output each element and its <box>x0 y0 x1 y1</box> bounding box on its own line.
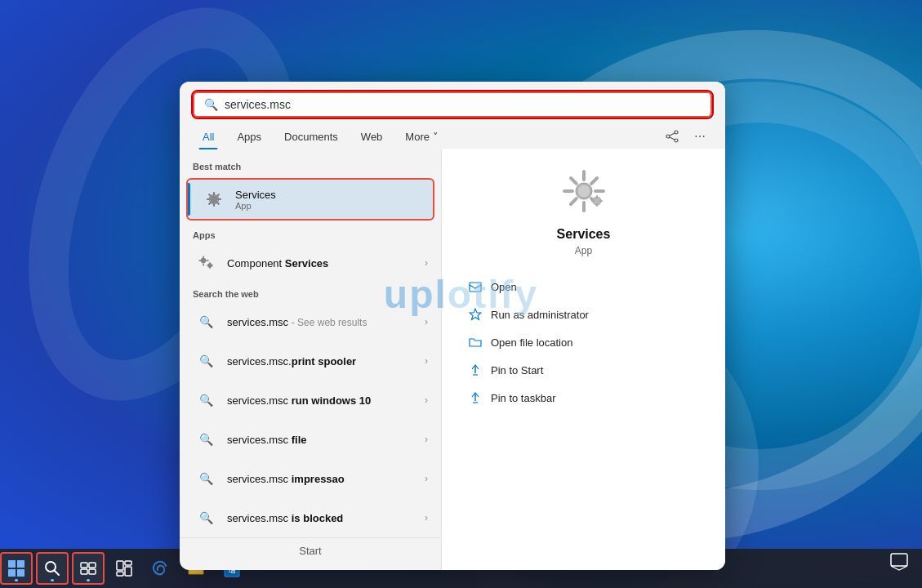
svg-rect-38 <box>89 569 96 574</box>
run-as-admin-label: Run as administrator <box>491 309 589 321</box>
web-result-arrow-3: › <box>425 434 428 445</box>
web-result-3[interactable]: 🔍 services.msc file › <box>180 420 441 459</box>
svg-line-34 <box>55 571 60 576</box>
tab-web[interactable]: Web <box>351 126 393 148</box>
component-services-icon <box>193 250 219 276</box>
search-input[interactable] <box>225 98 701 111</box>
more-options-button[interactable]: ⋯ <box>688 124 712 149</box>
taskview-underline <box>87 579 90 581</box>
web-result-query-3: services.msc file <box>227 434 307 446</box>
app-large-name: Services <box>557 227 611 242</box>
web-search-icon-3: 🔍 <box>193 426 219 452</box>
svg-rect-32 <box>17 569 24 577</box>
pin-to-start-label: Pin to Start <box>491 364 543 376</box>
svg-point-18 <box>577 185 590 198</box>
web-result-text-5: services.msc is blocked <box>227 510 425 525</box>
svg-point-1 <box>666 135 670 138</box>
web-search-icon-1: 🔍 <box>193 348 219 374</box>
svg-point-0 <box>675 131 678 134</box>
component-services-text: Component Services <box>227 257 425 270</box>
search-bar-area: 🔍 <box>180 82 725 118</box>
web-search-icon-4: 🔍 <box>193 466 219 492</box>
tab-all[interactable]: All <box>193 126 224 148</box>
web-result-5[interactable]: 🔍 services.msc is blocked › <box>180 498 441 537</box>
search-underline <box>51 579 54 581</box>
tab-apps[interactable]: Apps <box>227 126 271 148</box>
pin-to-taskbar-icon <box>468 390 483 405</box>
action-list: Open Run as administrator <box>458 273 709 412</box>
web-result-4[interactable]: 🔍 services.msc impressao › <box>180 459 441 498</box>
taskbar-widgets-button[interactable] <box>108 552 140 585</box>
svg-rect-31 <box>8 569 16 577</box>
web-search-icon-2: 🔍 <box>193 387 219 413</box>
taskbar-notification[interactable] <box>883 546 915 578</box>
search-web-label: Search the web <box>180 283 441 302</box>
web-result-query-5: services.msc is blocked <box>227 512 343 524</box>
web-search-icon-5: 🔍 <box>193 505 219 531</box>
tab-more[interactable]: More ˅ <box>395 126 448 148</box>
svg-point-5 <box>211 196 217 203</box>
svg-line-4 <box>670 137 675 140</box>
component-services-name: Component Services <box>227 257 425 270</box>
web-result-arrow-5: › <box>425 512 428 523</box>
svg-rect-46 <box>891 554 907 566</box>
web-result-arrow-4: › <box>425 473 428 484</box>
web-result-query-4: services.msc impressao <box>227 473 345 485</box>
action-open-file-location[interactable]: Open file location <box>458 328 709 356</box>
services-icon <box>201 186 227 212</box>
svg-line-3 <box>670 133 675 136</box>
search-content: Best match Services App <box>180 149 725 570</box>
web-result-arrow-2: › <box>425 394 428 406</box>
tab-documents[interactable]: Documents <box>274 126 348 148</box>
run-as-admin-icon <box>468 307 483 322</box>
best-match-label: Best match <box>180 155 441 175</box>
taskbar-edge-button[interactable] <box>144 552 176 585</box>
web-result-text-1: services.msc.print spooler <box>227 354 425 368</box>
pin-to-taskbar-label: Pin to taskbar <box>491 392 556 404</box>
web-result-arrow-1: › <box>425 355 428 367</box>
action-pin-to-taskbar[interactable]: Pin to taskbar <box>458 384 709 412</box>
web-result-1[interactable]: 🔍 services.msc.print spooler › <box>180 341 441 381</box>
taskbar-start-button[interactable] <box>0 552 33 585</box>
web-search-icon-0: 🔍 <box>193 309 219 335</box>
svg-point-2 <box>675 139 678 142</box>
taskbar-taskview-button[interactable] <box>72 552 105 585</box>
right-panel: Services App Open <box>441 149 725 570</box>
start-label: Start <box>180 537 441 564</box>
web-result-text-4: services.msc impressao <box>227 471 425 486</box>
best-match-text: Services App <box>235 189 420 211</box>
best-match-type: App <box>235 201 420 211</box>
component-services-item[interactable]: Component Services › <box>180 243 441 283</box>
web-result-query-2: services.msc run windows 10 <box>227 394 371 407</box>
web-result-2[interactable]: 🔍 services.msc run windows 10 › <box>180 381 441 420</box>
web-result-query-0: services.msc - See web results <box>227 316 367 328</box>
search-icon: 🔍 <box>204 98 218 111</box>
best-match-highlight: Services App <box>186 178 434 220</box>
open-label: Open <box>491 281 517 293</box>
apps-section-label: Apps <box>180 224 441 243</box>
action-run-as-admin[interactable]: Run as administrator <box>458 301 709 328</box>
web-result-0[interactable]: 🔍 services.msc - See web results › <box>180 302 441 341</box>
taskbar-search-button[interactable] <box>36 552 69 585</box>
svg-line-16 <box>591 178 597 184</box>
pin-to-start-icon <box>468 363 483 377</box>
svg-rect-41 <box>117 572 123 576</box>
svg-rect-39 <box>117 561 123 570</box>
svg-point-7 <box>201 258 206 263</box>
left-panel: Best match Services App <box>180 149 441 570</box>
search-input-wrapper: 🔍 <box>193 91 712 118</box>
svg-rect-30 <box>17 560 24 568</box>
svg-rect-35 <box>81 563 87 568</box>
svg-rect-42 <box>125 561 131 565</box>
component-services-arrow: › <box>425 257 428 269</box>
svg-rect-37 <box>81 569 87 574</box>
best-match-item[interactable]: Services App <box>188 180 433 219</box>
action-pin-to-start[interactable]: Pin to Start <box>458 356 709 384</box>
svg-rect-40 <box>125 567 131 576</box>
share-button[interactable] <box>660 124 684 149</box>
svg-rect-36 <box>89 563 96 568</box>
search-tabs: All Apps Documents Web More ˅ ⋯ <box>180 118 725 149</box>
open-file-location-label: Open file location <box>491 336 572 349</box>
action-open[interactable]: Open <box>458 273 709 301</box>
svg-line-14 <box>571 178 577 184</box>
